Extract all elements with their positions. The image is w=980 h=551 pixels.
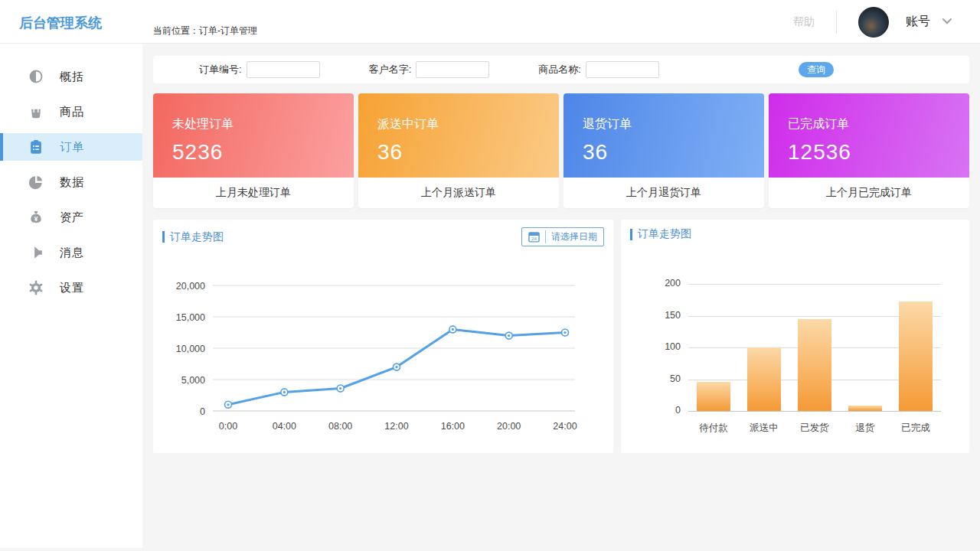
x-axis-tick: 04:00 (273, 421, 296, 432)
x-axis-tick: 退货 (840, 422, 890, 435)
sidebar-item-overview[interactable]: 概括 (0, 63, 142, 90)
gridline (688, 411, 941, 412)
sidebar-item-label: 资产 (60, 210, 84, 225)
moneybag-icon: ¥ (28, 209, 44, 226)
date-picker-button[interactable]: 24 请选择日期 (521, 227, 604, 246)
stat-card-gradient: 退货订单36 (564, 93, 764, 178)
search-bar: 订单编号:客户名字:商品名称:查询 (153, 56, 969, 83)
x-axis-tick: 16:00 (441, 421, 465, 432)
stat-card-footer: 上个月派送订单 (358, 178, 559, 208)
order-number-input[interactable] (247, 61, 320, 78)
sidebar: 概括商品订单数据¥资产消息设置 (0, 44, 142, 548)
stat-card-title: 未处理订单 (172, 116, 354, 132)
customer-name-input[interactable] (416, 61, 489, 78)
stat-card-footer: 上个月退货订单 (564, 178, 764, 208)
data-point-dot (564, 331, 566, 334)
breadcrumb: 当前位置：订单-订单管理 (153, 24, 257, 37)
pie-icon (28, 174, 44, 191)
stat-cards-row: 未处理订单5236上月未处理订单派送中订单36上个月派送订单退货订单36上个月退… (153, 93, 969, 208)
charts-row: 订单走势图 24 请选择日期 05,00010,00015,00020,0000… (153, 220, 969, 453)
data-point-dot (508, 334, 510, 337)
line-chart: 05,00010,00015,00020,0000:0004:0008:0012… (153, 258, 613, 442)
bar-已完成 (899, 302, 933, 411)
help-link[interactable]: 帮助 (793, 15, 815, 29)
x-axis-tick: 已完成 (890, 422, 941, 435)
stat-card-footer: 上月未处理订单 (153, 178, 354, 208)
search-button[interactable]: 查询 (799, 62, 834, 77)
sidebar-item-label: 订单 (60, 140, 84, 155)
svg-text:¥: ¥ (34, 216, 38, 223)
svg-text:24: 24 (531, 236, 537, 241)
data-point-dot (395, 366, 397, 368)
clipboard-icon (28, 139, 44, 155)
sidebar-item-label: 概括 (60, 70, 84, 84)
x-axis-tick: 20:00 (497, 421, 521, 432)
title-accent-bar (162, 231, 165, 243)
gear-icon (28, 279, 44, 296)
x-axis-tick: 24:00 (553, 421, 577, 432)
sidebar-item-assets[interactable]: ¥资产 (0, 204, 142, 231)
sidebar-item-products[interactable]: 商品 (0, 98, 142, 126)
line-panel-header: 订单走势图 24 请选择日期 (162, 227, 604, 246)
header-divider (836, 11, 837, 34)
gridline (688, 284, 941, 285)
x-axis-tick: 12:00 (384, 421, 408, 432)
stat-card-completed: 已完成订单12536上个月已完成订单 (769, 93, 969, 208)
x-axis-tick: 0:00 (219, 421, 237, 432)
data-point-dot (227, 403, 229, 406)
y-axis-tick: 15,000 (176, 312, 205, 323)
stat-card-gradient: 未处理订单5236 (153, 93, 354, 178)
data-point-dot (339, 387, 341, 390)
stat-card-value: 36 (377, 140, 559, 165)
sidebar-item-settings[interactable]: 设置 (0, 274, 142, 302)
search-field-label: 订单编号: (199, 63, 242, 77)
y-axis-tick: 0 (621, 405, 681, 416)
sidebar-item-label: 消息 (60, 246, 84, 260)
y-axis-tick: 10,000 (176, 344, 205, 354)
product-name-input[interactable] (586, 61, 659, 78)
bar-chart-panel: 订单走势图 050100150200待付款派送中已发货退货已完成 (621, 220, 969, 453)
stat-card-footer: 上个月已完成订单 (769, 178, 969, 208)
account-label[interactable]: 账号 (906, 14, 930, 30)
title-accent-bar (630, 229, 632, 240)
date-picker-label: 请选择日期 (551, 230, 597, 243)
avatar[interactable] (858, 7, 889, 37)
calendar-icon: 24 (528, 231, 540, 243)
sidebar-item-data[interactable]: 数据 (0, 168, 142, 196)
search-field-product-name: 商品名称: (538, 61, 659, 78)
line-panel-title: 订单走势图 (170, 230, 224, 244)
y-axis-tick: 50 (621, 373, 681, 384)
sidebar-item-orders[interactable]: 订单 (0, 133, 142, 161)
bar-退货 (848, 406, 882, 411)
main-content: 订单编号:客户名字:商品名称:查询 未处理订单5236上月未处理订单派送中订单3… (142, 44, 980, 551)
bar-panel-title: 订单走势图 (638, 227, 691, 241)
y-axis-tick: 100 (621, 341, 681, 352)
bar-待付款 (697, 382, 730, 411)
sidebar-item-label: 商品 (60, 105, 84, 119)
stat-card-title: 派送中订单 (377, 116, 559, 132)
data-point-dot (452, 328, 454, 331)
stat-card-unprocessed: 未处理订单5236上月未处理订单 (153, 93, 354, 208)
search-field-label: 客户名字: (369, 63, 412, 77)
y-axis-tick: 20,000 (176, 281, 205, 292)
x-axis-tick: 08:00 (328, 421, 352, 432)
search-field-customer-name: 客户名字: (369, 61, 490, 78)
data-point-dot (283, 391, 286, 393)
line-chart-panel: 订单走势图 24 请选择日期 05,00010,00015,00020,0000… (153, 220, 613, 453)
search-field-label: 商品名称: (538, 63, 581, 77)
bar-派送中 (747, 347, 781, 411)
stat-card-value: 5236 (172, 140, 354, 165)
stat-card-title: 已完成订单 (788, 116, 969, 132)
sidebar-item-messages[interactable]: 消息 (0, 239, 142, 266)
stat-card-gradient: 已完成订单12536 (769, 93, 969, 178)
header: 后台管理系统 当前位置：订单-订单管理 帮助 账号 (0, 0, 980, 44)
sidebar-item-label: 设置 (60, 281, 84, 295)
y-axis-tick: 5,000 (181, 375, 205, 386)
stat-card-value: 36 (583, 140, 764, 165)
chevron-down-icon (942, 15, 952, 24)
bar-chart: 050100150200待付款派送中已发货退货已完成 (621, 258, 969, 442)
x-axis-tick: 派送中 (739, 422, 789, 435)
line-chart-svg: 05,00010,00015,00020,0000:0004:0008:0012… (153, 258, 604, 442)
search-field-order-number: 订单编号: (199, 61, 320, 78)
stat-card-delivering: 派送中订单36上个月派送订单 (358, 93, 559, 208)
